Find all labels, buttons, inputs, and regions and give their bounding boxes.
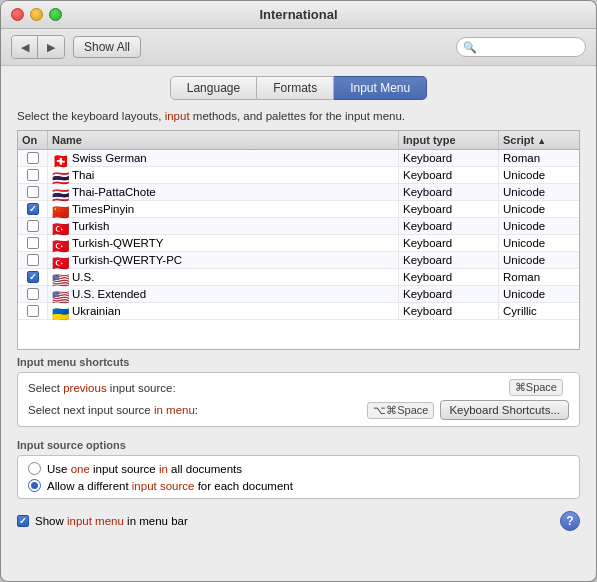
window: International ◀ ▶ Show All 🔍 Language Fo…: [0, 0, 597, 582]
nav-forward-button[interactable]: ▶: [38, 36, 64, 58]
flag-turkish-qwerty-pc: 🇹🇷: [52, 255, 68, 266]
col-name: Name: [48, 131, 399, 149]
col-on: On: [18, 131, 48, 149]
sort-arrow-icon: ▲: [537, 136, 546, 146]
row-type-timespinyin: Keyboard: [399, 201, 499, 217]
row-checkbox-thai-patta[interactable]: [18, 184, 48, 200]
row-script-us-extended: Unicode: [499, 286, 579, 302]
radio-different-source-label: Allow a different input source for each …: [47, 480, 293, 492]
keyboard-shortcuts-button[interactable]: Keyboard Shortcuts...: [440, 400, 569, 420]
table-row: 🇹🇭 Thai-PattaChote Keyboard Unicode: [18, 184, 579, 201]
checkbox-timespinyin[interactable]: [27, 203, 39, 215]
nav-back-button[interactable]: ◀: [12, 36, 38, 58]
row-checkbox-turkish[interactable]: [18, 218, 48, 234]
row-name-swiss-german: 🇨🇭 Swiss German: [48, 150, 399, 166]
row-checkbox-us-extended[interactable]: [18, 286, 48, 302]
row-checkbox-us[interactable]: [18, 269, 48, 285]
search-icon: 🔍: [463, 41, 477, 54]
row-name-turkish-qwerty: 🇹🇷 Turkish-QWERTY: [48, 235, 399, 251]
radio-one-source[interactable]: [28, 462, 41, 475]
row-type-us: Keyboard: [399, 269, 499, 285]
checkbox-thai[interactable]: [27, 169, 39, 181]
table-row: 🇺🇦 Ukrainian Keyboard Cyrillic: [18, 303, 579, 320]
flag-turkish-qwerty: 🇹🇷: [52, 238, 68, 249]
row-script-thai: Unicode: [499, 167, 579, 183]
bottom-row: Show input menu in menu bar ?: [17, 511, 580, 531]
row-script-us: Roman: [499, 269, 579, 285]
titlebar: International: [1, 1, 596, 29]
checkbox-swiss-german[interactable]: [27, 152, 39, 164]
flag-turkish: 🇹🇷: [52, 221, 68, 232]
row-checkbox-timespinyin[interactable]: [18, 201, 48, 217]
flag-timespinyin: 🇨🇳: [52, 204, 68, 215]
table-header: On Name Input type Script ▲: [18, 131, 579, 150]
row-script-turkish-qwerty-pc: Unicode: [499, 252, 579, 268]
row-checkbox-turkish-qwerty[interactable]: [18, 235, 48, 251]
minimize-button[interactable]: [30, 8, 43, 21]
toolbar: ◀ ▶ Show All 🔍: [1, 29, 596, 66]
shortcuts-section: Select previous input source: ⌘Space Sel…: [17, 372, 580, 427]
table-row: 🇹🇷 Turkish-QWERTY Keyboard Unicode: [18, 235, 579, 252]
window-title: International: [259, 7, 337, 22]
tab-language[interactable]: Language: [170, 76, 257, 100]
help-button[interactable]: ?: [560, 511, 580, 531]
options-section: Use one input source in all documents Al…: [17, 455, 580, 499]
flag-thai-patta: 🇹🇭: [52, 187, 68, 198]
maximize-button[interactable]: [49, 8, 62, 21]
row-name-us-extended: 🇺🇸 U.S. Extended: [48, 286, 399, 302]
radio-row-one-source: Use one input source in all documents: [28, 462, 569, 475]
shortcut-prev-row: Select previous input source: ⌘Space: [28, 379, 569, 396]
row-script-turkish: Unicode: [499, 218, 579, 234]
row-name-turkish: 🇹🇷 Turkish: [48, 218, 399, 234]
description: Select the keyboard layouts, input metho…: [17, 108, 580, 124]
checkbox-turkish-qwerty-pc[interactable]: [27, 254, 39, 266]
checkbox-turkish-qwerty[interactable]: [27, 237, 39, 249]
radio-row-different-source: Allow a different input source for each …: [28, 479, 569, 492]
row-script-turkish-qwerty: Unicode: [499, 235, 579, 251]
close-button[interactable]: [11, 8, 24, 21]
table-row: 🇺🇸 U.S. Keyboard Roman: [18, 269, 579, 286]
content: Language Formats Input Menu Select the k…: [1, 66, 596, 581]
checkbox-us[interactable]: [27, 271, 39, 283]
checkbox-thai-patta[interactable]: [27, 186, 39, 198]
row-script-ukrainian: Cyrillic: [499, 303, 579, 319]
flag-us-extended: 🇺🇸: [52, 289, 68, 300]
checkbox-ukrainian[interactable]: [27, 305, 39, 317]
shortcut-prev-key: ⌘Space: [509, 379, 563, 396]
row-type-turkish-qwerty: Keyboard: [399, 235, 499, 251]
tabs: Language Formats Input Menu: [17, 76, 580, 100]
show-menu-checkbox[interactable]: [17, 515, 29, 527]
col-input-type: Input type: [399, 131, 499, 149]
search-input[interactable]: [480, 40, 579, 54]
keyboard-table: On Name Input type Script ▲ 🇨🇭: [17, 130, 580, 350]
checkbox-turkish[interactable]: [27, 220, 39, 232]
show-all-button[interactable]: Show All: [73, 36, 141, 58]
checkbox-us-extended[interactable]: [27, 288, 39, 300]
row-type-thai-patta: Keyboard: [399, 184, 499, 200]
col-script: Script ▲: [499, 131, 579, 149]
row-name-thai-patta: 🇹🇭 Thai-PattaChote: [48, 184, 399, 200]
row-type-ukrainian: Keyboard: [399, 303, 499, 319]
row-type-turkish-qwerty-pc: Keyboard: [399, 252, 499, 268]
row-checkbox-swiss-german[interactable]: [18, 150, 48, 166]
row-name-ukrainian: 🇺🇦 Ukrainian: [48, 303, 399, 319]
tab-input-menu[interactable]: Input Menu: [334, 76, 427, 100]
row-checkbox-ukrainian[interactable]: [18, 303, 48, 319]
row-name-thai: 🇹🇭 Thai: [48, 167, 399, 183]
row-checkbox-turkish-qwerty-pc[interactable]: [18, 252, 48, 268]
tab-formats[interactable]: Formats: [257, 76, 334, 100]
show-menu-label: Show input menu in menu bar: [35, 515, 188, 527]
shortcut-next-label: Select next input source in menu:: [28, 404, 367, 416]
options-section-label: Input source options: [17, 439, 580, 451]
row-type-swiss-german: Keyboard: [399, 150, 499, 166]
shortcut-next-key: ⌥⌘Space: [367, 402, 434, 419]
flag-us: 🇺🇸: [52, 272, 68, 283]
radio-one-source-label: Use one input source in all documents: [47, 463, 242, 475]
flag-ukrainian: 🇺🇦: [52, 306, 68, 317]
table-row: 🇺🇸 U.S. Extended Keyboard Unicode: [18, 286, 579, 303]
description-input-highlight: input: [165, 110, 190, 122]
row-name-us: 🇺🇸 U.S.: [48, 269, 399, 285]
radio-different-source[interactable]: [28, 479, 41, 492]
row-checkbox-thai[interactable]: [18, 167, 48, 183]
search-box: 🔍: [456, 37, 586, 57]
